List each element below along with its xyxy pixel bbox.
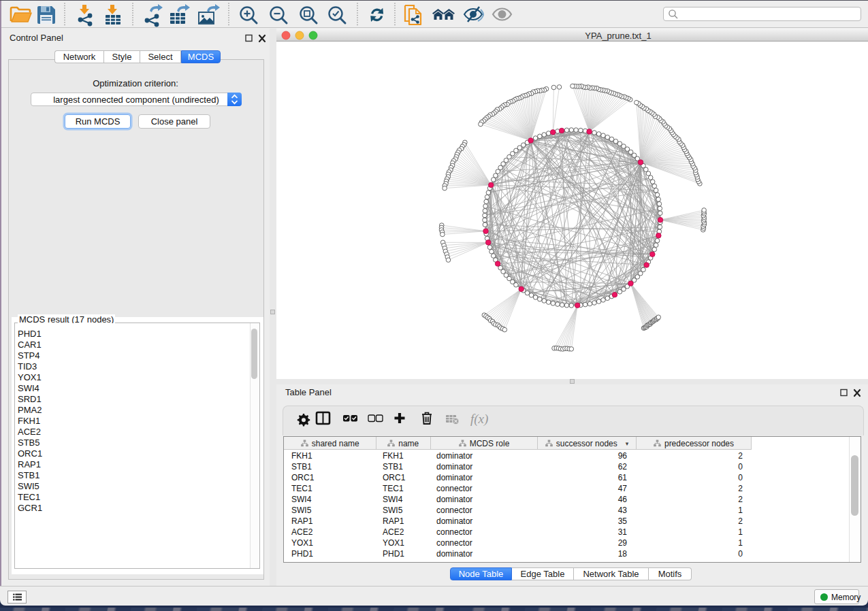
svg-text:f(x): f(x) (470, 412, 488, 427)
